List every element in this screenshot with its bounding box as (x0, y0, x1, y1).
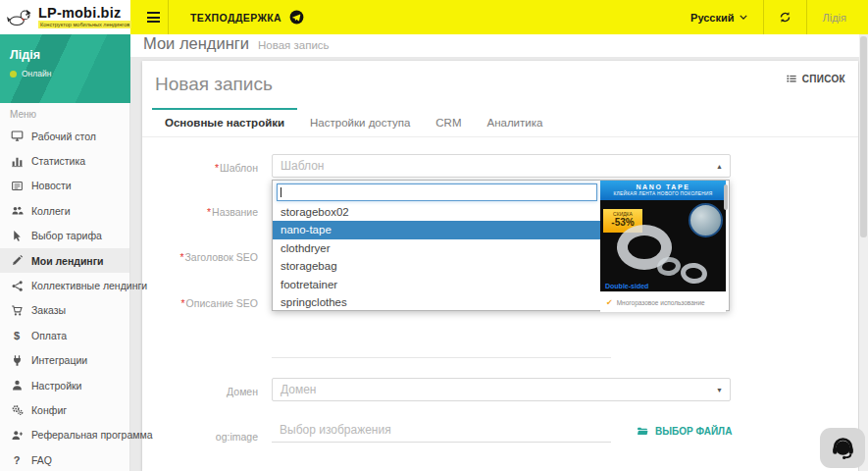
tape-roll-small (680, 261, 708, 285)
list-button[interactable]: СПИСОК (786, 73, 845, 84)
template-option-storagebag[interactable]: storagebag (273, 257, 600, 275)
sidebar-item-faq[interactable]: ?FAQ (0, 447, 129, 471)
sidebar-item-orders[interactable]: Заказы (0, 298, 129, 323)
template-option-footretainer[interactable]: footretainer (273, 276, 600, 293)
collective-icon (10, 279, 24, 292)
sidebar-item-config[interactable]: Конфиг (0, 397, 129, 422)
sidebar-user-panel: Лідія Онлайн (0, 34, 130, 103)
domain-select-placeholder: Домен (273, 379, 730, 400)
sidebar-item-settings[interactable]: Настройки (0, 373, 129, 397)
desktop-icon (10, 130, 24, 143)
field-label-seo-description: *Описание SEO (142, 297, 258, 309)
sidebar-item-label: Статистика (31, 155, 85, 167)
logo-title: LP-mobi.biz (38, 6, 131, 21)
template-select[interactable]: Шаблон ▲ (272, 154, 731, 178)
template-option-storagebox02[interactable]: storagebox02 (273, 203, 600, 221)
sidebar-item-label: Оплата (31, 330, 67, 341)
sidebar-item-label: Заказы (31, 304, 66, 316)
sidebar-username: Лідія (10, 48, 130, 62)
sidebar-item-tariff[interactable]: Выбор тарифа (0, 224, 129, 248)
sidebar-item-integrations[interactable]: Интеграции (0, 348, 129, 373)
topbar-username[interactable]: Лідія (807, 12, 850, 24)
sidebar-item-collective[interactable]: Коллективные лендинги (0, 273, 129, 297)
template-dropdown: storagebox02nano-tapeclothdryerstorageba… (272, 180, 730, 311)
field-label-name: *Название (142, 206, 258, 218)
seo-description-input[interactable] (272, 357, 611, 358)
choose-file-label: ВЫБОР ФАЙЛА (655, 426, 732, 437)
chevron-down-icon (740, 15, 747, 20)
preview-inset-photo (689, 203, 723, 237)
check-icon: ✔ (606, 298, 613, 307)
tab-analytics[interactable]: Аналитика (474, 108, 555, 136)
list-icon (786, 73, 797, 84)
integrations-icon (10, 353, 24, 367)
logo[interactable]: LP-mobi.biz Конструктор мобильных лендин… (0, 0, 130, 34)
dog-logo-icon (7, 7, 33, 27)
language-selector[interactable]: Русский (675, 12, 762, 24)
sidebar-item-label: Мои лендинги (31, 255, 104, 267)
preview-subtitle: КЛЕЙКАЯ ЛЕНТА НОВОГО ПОКОЛЕНИЯ (600, 191, 726, 196)
template-option-springclothes[interactable]: springclothes (273, 293, 600, 311)
support-button[interactable]: ТЕХПОДДЕРЖКА (169, 0, 326, 34)
sidebar-menu: Рабочий столСтатистикаНовостиКоллегиВыбо… (0, 124, 129, 471)
topbar: LP-mobi.biz Конструктор мобильных лендин… (0, 0, 868, 34)
preview-caption: Double-sided (605, 283, 648, 289)
tab-crm[interactable]: CRM (423, 108, 474, 136)
referral-icon (10, 428, 24, 442)
page-subtitle: Новая запись (258, 39, 330, 51)
config-icon (10, 403, 24, 417)
template-preview: NANO TAPE КЛЕЙКАЯ ЛЕНТА НОВОГО ПОКОЛЕНИЯ… (600, 181, 726, 312)
sidebar-item-label: Выбор тарифа (31, 230, 102, 241)
og-image-placeholder: Выбор изображения (272, 419, 611, 441)
preview-product-image: СКИДКА -53% Double-sided (600, 200, 726, 291)
field-label-og-image: og:image (142, 431, 258, 443)
tariff-icon (10, 229, 24, 242)
telegram-icon (289, 10, 304, 25)
faq-icon: ? (10, 453, 24, 467)
field-label-domain: Домен (142, 386, 258, 397)
breadcrumb: Мои лендинги Новая запись (130, 34, 868, 57)
text-cursor (281, 187, 281, 197)
domain-select[interactable]: Домен ▼ (272, 378, 731, 401)
folder-icon (636, 425, 649, 437)
template-select-placeholder: Шаблон (273, 155, 730, 177)
sidebar-item-label: Конфиг (31, 404, 67, 416)
tab-access-settings[interactable]: Настройки доступа (297, 108, 423, 136)
tabs: Основные настройкиНастройки доступаCRMАн… (142, 108, 858, 137)
new-record-card: Новая запись СПИСОК Основные настройкиНа… (142, 61, 858, 471)
orders-icon (10, 303, 24, 317)
dropdown-scrollbar[interactable] (724, 184, 728, 210)
tab-main-settings[interactable]: Основные настройки (152, 108, 297, 136)
preview-title: NANO TAPE (600, 181, 726, 190)
sidebar-item-payment[interactable]: $Оплата (0, 323, 129, 347)
refresh-button[interactable] (764, 11, 806, 24)
sidebar-item-my-landings[interactable]: Мои лендинги (0, 248, 129, 273)
sidebar-item-label: Настройки (31, 380, 82, 392)
news-icon (10, 179, 24, 192)
sidebar-item-label: Рабочий стол (31, 131, 96, 142)
preview-feature-row: ✔ Многоразовое использование (600, 291, 726, 312)
required-marker: * (181, 297, 185, 309)
template-option-nano-tape[interactable]: nano-tape (273, 221, 600, 238)
sidebar-item-referral[interactable]: Реферальная программа (0, 423, 129, 447)
choose-file-button[interactable]: ВЫБОР ФАЙЛА (636, 425, 732, 437)
online-status-label: Онлайн (22, 69, 51, 78)
menu-toggle-button[interactable] (138, 0, 168, 34)
page-scrollbar[interactable] (859, 34, 868, 471)
field-label-template: *Шаблон (142, 162, 258, 174)
sidebar: Лідія Онлайн Меню Рабочий столСтатистика… (0, 34, 130, 471)
settings-icon (10, 379, 24, 392)
preview-header: NANO TAPE КЛЕЙКАЯ ЛЕНТА НОВОГО ПОКОЛЕНИЯ (600, 181, 726, 200)
sidebar-item-colleagues[interactable]: Коллеги (0, 198, 129, 223)
sidebar-item-news[interactable]: Новости (0, 174, 129, 198)
sidebar-item-desktop[interactable]: Рабочий стол (0, 124, 129, 148)
og-image-input[interactable]: Выбор изображения (272, 419, 611, 443)
template-options-list: storagebox02nano-tapeclothdryerstorageba… (273, 203, 600, 311)
sidebar-item-statistics[interactable]: Статистика (0, 148, 129, 173)
support-chat-widget[interactable] (820, 428, 865, 468)
scrollbar-thumb[interactable] (860, 36, 867, 237)
template-option-clothdryer[interactable]: clothdryer (273, 239, 600, 257)
required-marker: * (179, 251, 183, 263)
dropdown-search-input[interactable] (277, 183, 597, 201)
colleagues-icon (10, 204, 24, 218)
